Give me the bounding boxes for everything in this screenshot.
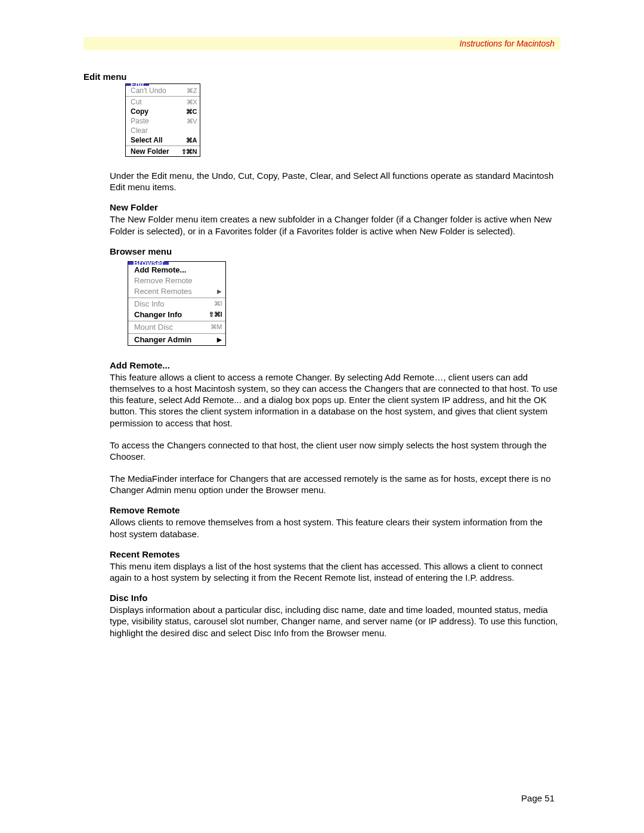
heading-browser-menu: Browser menu	[110, 246, 561, 256]
page-number: Page 51	[521, 793, 555, 803]
menu-item-label: Disc Info	[134, 299, 165, 308]
heading-edit-menu: Edit menu	[83, 72, 561, 82]
menu-item-shortcut: ⇧⌘I	[209, 311, 222, 318]
edit-menu-item-undo: Can't Undo ⌘Z	[126, 86, 200, 95]
page: Instructions for Macintosh Edit menu Edi…	[0, 0, 644, 833]
chevron-right-icon: ▶	[217, 288, 222, 295]
menu-item-label: Mount Disc	[134, 323, 173, 332]
browser-menu-screenshot: Browser Add Remote... Remove Remote Rece…	[128, 261, 226, 346]
chevron-right-icon: ▶	[217, 336, 222, 343]
header-bar: Instructions for Macintosh	[83, 37, 561, 50]
menu-item-label: Changer Admin	[134, 335, 191, 344]
new-folder-paragraph: The New Folder menu item creates a new s…	[110, 213, 561, 236]
menu-item-label: Recent Remotes	[134, 287, 192, 296]
menu-item-shortcut: ⌘I	[214, 300, 222, 308]
add-remote-paragraph-1: This feature allows a client to access a…	[110, 371, 561, 429]
recent-remotes-paragraph: This menu item displays a list of the ho…	[110, 561, 561, 583]
edit-menu-title: Edit	[126, 84, 149, 86]
menu-separator	[128, 298, 225, 298]
menu-item-label: Can't Undo	[131, 86, 166, 95]
menu-item-label: Paste	[131, 117, 149, 125]
menu-item-shortcut: ⌘M	[210, 323, 222, 331]
heading-disc-info: Disc Info	[110, 593, 561, 603]
browser-menu-item-changer-admin: Changer Admin ▶	[128, 335, 225, 345]
edit-menu-item-copy: Copy ⌘C	[126, 107, 200, 116]
menu-item-shortcut: ⌘Z	[187, 87, 197, 95]
heading-recent-remotes: Recent Remotes	[110, 549, 561, 559]
add-remote-paragraph-2: To access the Changers connected to that…	[110, 439, 561, 462]
edit-menu-item-clear: Clear	[126, 126, 200, 135]
menu-item-label: Copy	[131, 107, 148, 116]
disc-info-paragraph: Displays information about a particular …	[110, 604, 561, 639]
edit-menu-item-cut: Cut ⌘X	[126, 97, 200, 107]
menu-item-label: Add Remote...	[134, 265, 186, 274]
edit-menu-screenshot: Edit Can't Undo ⌘Z Cut ⌘X Copy ⌘C Paste …	[125, 83, 200, 157]
menu-separator	[126, 96, 200, 97]
edit-menu-item-select-all: Select All ⌘A	[126, 135, 200, 145]
edit-menu-paragraph: Under the Edit menu, the Undo, Cut, Copy…	[110, 170, 561, 193]
browser-menu-item-mount-disc: Mount Disc ⌘M	[128, 322, 225, 333]
browser-menu-item-recent-remotes: Recent Remotes ▶	[128, 286, 225, 297]
remove-remote-paragraph: Allows clients to remove themselves from…	[110, 516, 561, 539]
menu-item-shortcut: ⇧⌘N	[181, 148, 197, 156]
menu-item-label: Clear	[131, 126, 148, 135]
menu-item-shortcut: ⌘A	[186, 137, 197, 144]
menu-item-shortcut: ⌘C	[186, 108, 197, 116]
header-text: Instructions for Macintosh	[459, 39, 555, 48]
menu-item-label: Cut	[131, 98, 142, 106]
menu-item-label: Changer Info	[134, 310, 182, 319]
menu-separator	[128, 333, 225, 334]
edit-menu-item-new-folder: New Folder ⇧⌘N	[126, 147, 200, 156]
edit-menu-item-paste: Paste ⌘V	[126, 116, 200, 126]
browser-menu-item-remove-remote: Remove Remote	[128, 275, 225, 286]
add-remote-paragraph-3: The MediaFinder interface for Changers t…	[110, 473, 561, 496]
menu-item-shortcut: ⌘V	[187, 117, 197, 125]
menu-item-label: Remove Remote	[134, 276, 193, 285]
menu-item-label: Select All	[131, 136, 163, 144]
content: Edit menu Edit Can't Undo ⌘Z Cut ⌘X Copy…	[83, 72, 561, 639]
browser-menu-item-changer-info: Changer Info ⇧⌘I	[128, 309, 225, 320]
heading-new-folder: New Folder	[110, 202, 561, 212]
browser-menu-title: Browser	[128, 262, 169, 265]
menu-separator	[128, 321, 225, 321]
browser-menu-item-disc-info: Disc Info ⌘I	[128, 299, 225, 309]
heading-remove-remote: Remove Remote	[110, 505, 561, 515]
browser-menu-item-add-remote: Add Remote...	[128, 265, 225, 275]
menu-item-shortcut: ⌘X	[187, 98, 197, 106]
menu-item-label: New Folder	[131, 147, 169, 156]
heading-add-remote: Add Remote...	[110, 360, 561, 370]
menu-separator	[126, 145, 200, 146]
